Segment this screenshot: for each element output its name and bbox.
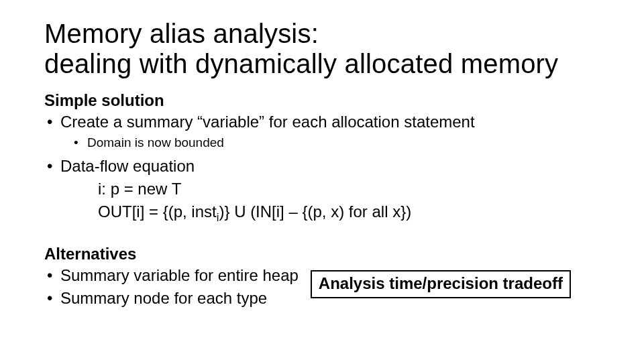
equation-line-2-post: )} U (IN[i] – {(p, x) for all x}) (219, 202, 411, 221)
equation-line-1: i: p = new T (44, 178, 600, 200)
sub-bullet-domain-bounded: Domain is now bounded (44, 134, 600, 152)
alternatives-row: Summary variable for entire heap Summary… (44, 265, 600, 311)
bullet-summary-entire-heap: Summary variable for entire heap (44, 265, 299, 286)
section-heading-simple-solution: Simple solution (44, 91, 600, 110)
bullet-summary-each-type: Summary node for each type (44, 288, 299, 309)
equation-line-2-pre: OUT[i] = {(p, inst (98, 202, 217, 221)
bullet-data-flow-equation: Data-flow equation (44, 156, 600, 177)
section-heading-alternatives: Alternatives (44, 245, 600, 263)
tradeoff-box: Analysis time/precision tradeoff (311, 270, 571, 298)
alternatives-bullets: Summary variable for entire heap Summary… (44, 265, 299, 311)
spacer (44, 227, 600, 245)
bullet-create-summary-variable: Create a summary “variable” for each all… (44, 111, 600, 133)
title-line-2: dealing with dynamically allocated memor… (44, 49, 558, 78)
equation-line-2: OUT[i] = {(p, insti)} U (IN[i] – {(p, x)… (44, 201, 600, 225)
slide-title: Memory alias analysis: dealing with dyna… (44, 19, 600, 79)
slide: Memory alias analysis: dealing with dyna… (0, 0, 644, 362)
title-line-1: Memory alias analysis: (44, 19, 319, 48)
